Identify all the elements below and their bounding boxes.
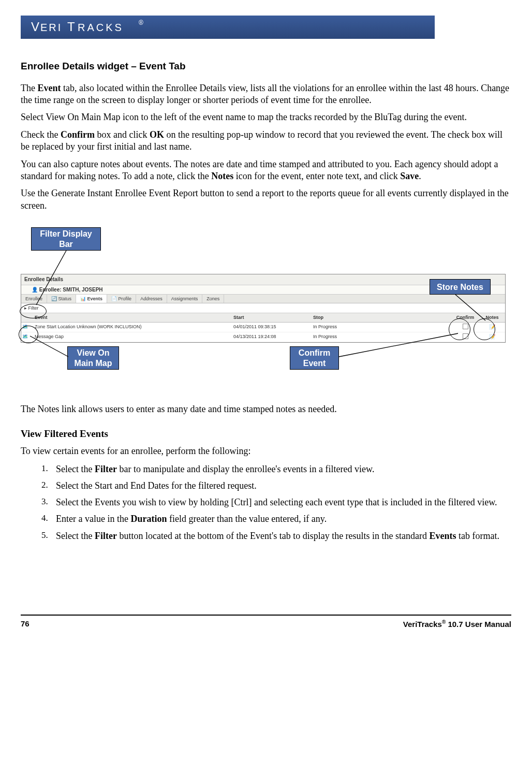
- notes-icon[interactable]: 📝: [489, 333, 495, 341]
- tab-addresses[interactable]: Addresses: [136, 295, 167, 303]
- callout-confirm-event: Confirm Event: [290, 346, 339, 370]
- text: Profile: [119, 296, 132, 301]
- list-item: 4. Enter a value in the Duration field g…: [41, 513, 511, 525]
- text: icon for the event, enter note text, and…: [233, 171, 400, 181]
- table-row: 🗺️ Zone Start Location Unknown (WORK INC…: [21, 323, 505, 332]
- col-event: Event: [34, 313, 232, 322]
- bold-text: Filter: [95, 464, 117, 474]
- text: Select the: [56, 531, 95, 541]
- text: button located at the bottom of the Even…: [117, 531, 430, 541]
- callout-store-notes: Store Notes: [430, 279, 491, 295]
- cell: In Progress: [312, 323, 402, 332]
- annotated-screenshot: Enrollee Details 👤 Enrollee: SMITH, JOSE…: [21, 227, 511, 393]
- col-start: Start: [232, 313, 312, 322]
- text: VeriTracks: [403, 620, 442, 629]
- view-on-map-icon[interactable]: 🗺️: [21, 323, 34, 332]
- cell: 04/13/2011 19:24:08: [232, 332, 312, 342]
- text: Select the: [56, 464, 95, 474]
- list-item: 3. Select the Events you wish to view by…: [41, 496, 511, 508]
- tab-events[interactable]: 📊 Events: [76, 295, 107, 303]
- cell: 04/01/2011 09:38:15: [232, 323, 312, 332]
- tab-profile[interactable]: 📄 Profile: [107, 295, 136, 303]
- list-number: 5.: [41, 530, 56, 542]
- list-item: 2. Select the Start and End Dates for th…: [41, 479, 511, 492]
- page-number: 76: [21, 619, 29, 630]
- footer-title: VeriTracks® 10.7 User Manual: [403, 619, 511, 630]
- text: Enrollee: SMITH, JOSEPH: [39, 287, 103, 293]
- list-item: 5. Select the Filter button located at t…: [41, 530, 511, 542]
- svg-text:®: ®: [139, 19, 143, 26]
- svg-text:ERI: ERI: [40, 22, 62, 33]
- paragraph: Check the Confirm box and click OK on th…: [21, 129, 511, 153]
- cell: In Progress: [312, 332, 402, 342]
- list-item: 1. Select the Filter bar to manipulate a…: [41, 463, 511, 475]
- callout-view-on-main-map: View On Main Map: [67, 346, 119, 370]
- text: Filter: [28, 305, 39, 311]
- tab-zones[interactable]: Zones: [202, 295, 224, 303]
- text: bar to manipulate and display the enroll…: [117, 464, 374, 474]
- tab-enrollee[interactable]: Enrollee: [21, 295, 47, 303]
- text: field greater than the value entered, if…: [167, 514, 327, 524]
- bold-text: Save: [400, 171, 419, 181]
- text: Events: [87, 296, 103, 301]
- table-row: 🗺️ Message Gap 04/13/2011 19:24:08 In Pr…: [21, 332, 505, 342]
- list-number: 2.: [41, 479, 56, 492]
- list-number: 1.: [41, 463, 56, 475]
- grid-header: Event Start Stop Confirm Notes: [21, 313, 505, 322]
- text: Select the Start and End Dates for the f…: [56, 479, 511, 492]
- tab-status[interactable]: 🔄 Status: [47, 295, 76, 303]
- col-confirm: Confirm: [451, 313, 479, 322]
- bold-text: Duration: [130, 514, 167, 524]
- page-title: Enrollee Details widget – Event Tab: [21, 60, 511, 73]
- bold-text: Notes: [211, 171, 233, 181]
- filter-bar[interactable]: ▸ Filter: [21, 303, 505, 313]
- text: .: [419, 171, 421, 181]
- callout-filter-display-bar: Filter Display Bar: [31, 227, 101, 251]
- bold-text: Event: [37, 83, 61, 93]
- brand-banner: V ERI T RACKS ®: [21, 16, 435, 39]
- col-stop: Stop: [312, 313, 402, 322]
- svg-text:T: T: [67, 20, 77, 34]
- text: tab format.: [456, 531, 499, 541]
- cell: Message Gap: [34, 332, 232, 342]
- tab-assignments[interactable]: Assignments: [167, 295, 203, 303]
- cell: Zone Start Location Unknown (WORK INCLUS…: [34, 323, 232, 332]
- list-number: 3.: [41, 496, 56, 508]
- confirm-checkbox[interactable]: [463, 333, 468, 339]
- text: 10.7 User Manual: [446, 620, 511, 629]
- text: Enter a value in the: [56, 514, 130, 524]
- paragraph: Select View On Main Map icon to the left…: [21, 111, 511, 123]
- ordered-list: 1. Select the Filter bar to manipulate a…: [41, 463, 511, 542]
- text: Status: [58, 296, 72, 301]
- view-on-map-icon[interactable]: 🗺️: [21, 332, 34, 342]
- text: tab, also located within the Enrollee De…: [21, 83, 509, 105]
- list-number: 4.: [41, 513, 56, 525]
- bold-text: Events: [430, 531, 456, 541]
- paragraph: The Event tab, also located within the E…: [21, 82, 511, 107]
- svg-text:RACKS: RACKS: [78, 22, 124, 33]
- confirm-checkbox[interactable]: [463, 324, 468, 329]
- notes-icon[interactable]: 📝: [489, 324, 495, 331]
- paragraph: You can also capture notes about events.…: [21, 158, 511, 183]
- bold-text: Confirm: [61, 129, 95, 140]
- paragraph: Use the Generate Instant Enrollee Event …: [21, 187, 511, 212]
- tab-bar: Enrollee 🔄 Status 📊 Events 📄 Profile Add…: [21, 295, 505, 303]
- text: box and click: [95, 129, 150, 140]
- col-notes: Notes: [479, 313, 505, 322]
- paragraph: To view certain events for an enrollee, …: [21, 445, 511, 457]
- paragraph: The Notes link allows users to enter as …: [21, 403, 511, 415]
- bold-text: Filter: [95, 531, 117, 541]
- bold-text: OK: [150, 129, 164, 140]
- text: Check the: [21, 129, 61, 140]
- svg-text:V: V: [31, 20, 41, 34]
- page-footer: 76 VeriTracks® 10.7 User Manual: [21, 615, 511, 630]
- subheading: View Filtered Events: [21, 427, 511, 441]
- text: The: [21, 83, 37, 93]
- text: Select the Events you wish to view by ho…: [56, 496, 511, 508]
